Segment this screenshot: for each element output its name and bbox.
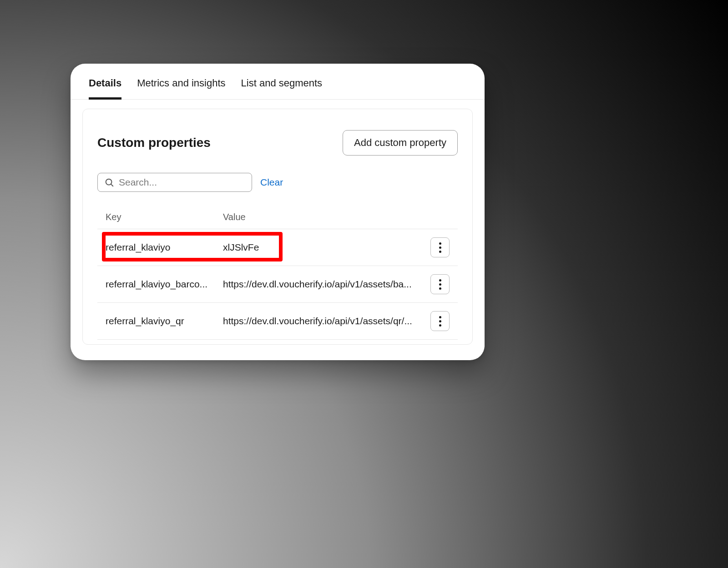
search-input[interactable] <box>119 177 245 188</box>
cell-key: referral_klaviyo_barco... <box>106 279 223 290</box>
panel-header: Custom properties Add custom property <box>97 130 458 156</box>
clear-search-link[interactable]: Clear <box>260 177 283 188</box>
column-header-value: Value <box>223 212 429 222</box>
tab-metrics[interactable]: Metrics and insights <box>137 77 225 99</box>
app-window: Details Metrics and insights List and se… <box>71 64 485 360</box>
table-row: referral_klaviyo_barco... https://dev.dl… <box>97 266 458 303</box>
cell-key: referral_klaviyo <box>106 242 223 253</box>
column-header-key: Key <box>106 212 223 222</box>
panel-title: Custom properties <box>97 136 211 150</box>
tab-lists[interactable]: List and segments <box>241 77 323 99</box>
column-header-actions <box>429 212 450 222</box>
add-custom-property-button[interactable]: Add custom property <box>343 130 458 156</box>
tab-bar: Details Metrics and insights List and se… <box>71 64 485 100</box>
svg-line-1 <box>111 184 113 186</box>
search-box[interactable] <box>97 173 252 192</box>
table-row: referral_klaviyo xlJSlvFe <box>97 229 458 266</box>
cell-value: https://dev.dl.voucherify.io/api/v1/asse… <box>223 279 429 290</box>
row-actions-button[interactable] <box>430 311 450 331</box>
search-row: Clear <box>97 173 458 192</box>
tab-details[interactable]: Details <box>89 77 121 99</box>
cell-value: https://dev.dl.voucherify.io/api/v1/asse… <box>223 316 429 327</box>
properties-table: Key Value referral_klaviyo xlJSlvFe refe… <box>97 206 458 340</box>
custom-properties-panel: Custom properties Add custom property Cl… <box>82 109 473 345</box>
search-icon <box>104 177 114 187</box>
cell-value: xlJSlvFe <box>223 242 429 253</box>
table-row: referral_klaviyo_qr https://dev.dl.vouch… <box>97 303 458 340</box>
row-actions-button[interactable] <box>430 274 450 294</box>
row-actions-button[interactable] <box>430 237 450 257</box>
cell-key: referral_klaviyo_qr <box>106 316 223 327</box>
table-header: Key Value <box>97 206 458 229</box>
